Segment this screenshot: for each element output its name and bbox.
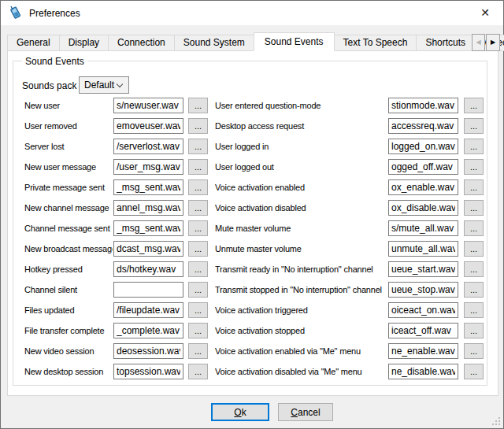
tab-scroll-right-button[interactable]: ▶ [486, 34, 500, 51]
browse-button[interactable]: ... [464, 323, 484, 338]
ok-button[interactable]: Ok [211, 403, 269, 421]
sound-event-row: Files updated ... [24, 302, 209, 323]
sound-event-label: New user [24, 101, 113, 110]
browse-button[interactable]: ... [188, 343, 208, 359]
sound-file-input[interactable] [113, 179, 183, 195]
groupbox-title: Sound Events [22, 56, 87, 67]
sound-event-row: New video session ... [24, 343, 209, 364]
sound-file-input[interactable] [113, 118, 183, 134]
browse-button[interactable]: ... [188, 159, 208, 175]
preferences-tab[interactable]: Text To Speech [334, 35, 417, 51]
browse-button[interactable]: ... [464, 98, 484, 113]
browse-button[interactable]: ... [464, 159, 484, 175]
teamtalk-app-icon [8, 6, 23, 20]
sound-event-label: Channel silent [24, 285, 113, 294]
sound-file-input[interactable] [388, 159, 458, 175]
sound-file-input[interactable] [388, 139, 458, 154]
sounds-pack-select[interactable]: Default [79, 76, 129, 94]
sound-file-input[interactable] [388, 98, 458, 113]
sound-event-row: Transmit ready in "No interruption" chan… [215, 261, 484, 282]
preferences-dialog: Preferences ✕ General Display Connection… [0, 0, 504, 429]
sound-file-input[interactable] [113, 302, 183, 318]
browse-button[interactable]: ... [188, 323, 208, 338]
browse-button[interactable]: ... [188, 302, 208, 318]
preferences-tab[interactable]: Sound System [174, 35, 254, 51]
sound-events-left-column: New user ... User removed ... Server los… [24, 98, 209, 384]
sound-event-label: User logged out [215, 162, 387, 172]
sound-event-row: Channel message sent ... [24, 220, 209, 241]
sound-file-input[interactable] [113, 98, 183, 113]
browse-button[interactable]: ... [464, 200, 484, 216]
cancel-button[interactable]: Cancel [278, 403, 333, 421]
sound-file-input[interactable] [388, 179, 458, 195]
browse-button[interactable]: ... [188, 200, 208, 216]
browse-button[interactable]: ... [464, 241, 484, 257]
sound-file-input[interactable] [113, 261, 183, 277]
preferences-tab[interactable]: Shortcuts [416, 35, 475, 51]
titlebar[interactable]: Preferences ✕ [1, 1, 503, 25]
browse-button[interactable]: ... [188, 261, 208, 277]
browse-button[interactable]: ... [464, 302, 484, 318]
sound-file-input[interactable] [388, 241, 458, 257]
preferences-tab[interactable]: General [7, 35, 60, 51]
browse-button[interactable]: ... [188, 220, 208, 236]
sound-event-label: New user message [24, 162, 113, 172]
arrow-right-icon: ▶ [491, 39, 495, 46]
sound-event-label: New broadcast message [24, 244, 113, 253]
sound-file-input[interactable] [113, 159, 183, 175]
sound-file-input[interactable] [388, 261, 458, 277]
chevron-down-icon [117, 81, 123, 87]
sound-event-label: User entered question-mode [215, 101, 387, 110]
browse-button[interactable]: ... [464, 139, 484, 154]
preferences-tab[interactable]: Sound Events [254, 32, 335, 51]
browse-button[interactable]: ... [188, 118, 208, 134]
sound-event-label: Transmit stopped in "No interruption" ch… [215, 285, 387, 294]
sound-event-row: Hotkey pressed ... [24, 261, 209, 282]
browse-button[interactable]: ... [464, 118, 484, 134]
sound-file-input[interactable] [388, 364, 458, 379]
browse-button[interactable]: ... [464, 343, 484, 359]
sound-event-row: Voice activation enabled via "Me" menu .… [215, 343, 484, 364]
sound-event-row: User logged out ... [215, 159, 484, 179]
browse-button[interactable]: ... [188, 241, 208, 257]
tab-scroll-left-button[interactable]: ◀ [472, 34, 485, 51]
sound-event-row: New channel message ... [24, 200, 209, 220]
browse-button[interactable]: ... [188, 98, 208, 113]
sound-file-input[interactable] [113, 220, 183, 236]
browse-button[interactable]: ... [464, 364, 484, 379]
sound-event-label: User removed [24, 121, 113, 131]
browse-button[interactable]: ... [188, 282, 208, 298]
browse-button[interactable]: ... [464, 220, 484, 236]
sound-file-input[interactable] [113, 139, 183, 154]
sound-file-input[interactable] [388, 323, 458, 338]
sound-file-input[interactable] [388, 343, 458, 359]
sound-file-input[interactable] [113, 343, 183, 359]
sound-file-input[interactable] [388, 200, 458, 216]
browse-button[interactable]: ... [464, 179, 484, 195]
preferences-tab[interactable]: Connection [108, 35, 175, 51]
sound-file-input[interactable] [388, 118, 458, 134]
browse-button[interactable]: ... [188, 179, 208, 195]
sound-file-input[interactable] [113, 282, 183, 298]
browse-button[interactable]: ... [188, 139, 208, 154]
resize-grip[interactable] [491, 416, 501, 426]
preferences-tab[interactable]: Display [59, 35, 109, 51]
sound-file-input[interactable] [388, 220, 458, 236]
sound-file-input[interactable] [388, 302, 458, 318]
sound-event-row: User entered question-mode ... [215, 98, 484, 118]
sound-event-label: Files updated [24, 305, 113, 315]
arrow-left-icon: ◀ [476, 39, 480, 46]
sound-file-input[interactable] [113, 241, 183, 257]
browse-button[interactable]: ... [464, 261, 484, 277]
sound-file-input[interactable] [113, 364, 183, 379]
sound-event-label: Server lost [24, 142, 113, 151]
sound-event-row: Desktop access request ... [215, 118, 484, 139]
sound-event-row: Voice activation enabled ... [215, 179, 484, 200]
browse-button[interactable]: ... [464, 282, 484, 298]
sound-file-input[interactable] [113, 200, 183, 216]
browse-button[interactable]: ... [188, 364, 208, 379]
sound-event-label: Transmit ready in "No interruption" chan… [215, 264, 387, 274]
sound-file-input[interactable] [113, 323, 183, 338]
close-button[interactable]: ✕ [467, 1, 503, 25]
sound-file-input[interactable] [388, 282, 458, 298]
